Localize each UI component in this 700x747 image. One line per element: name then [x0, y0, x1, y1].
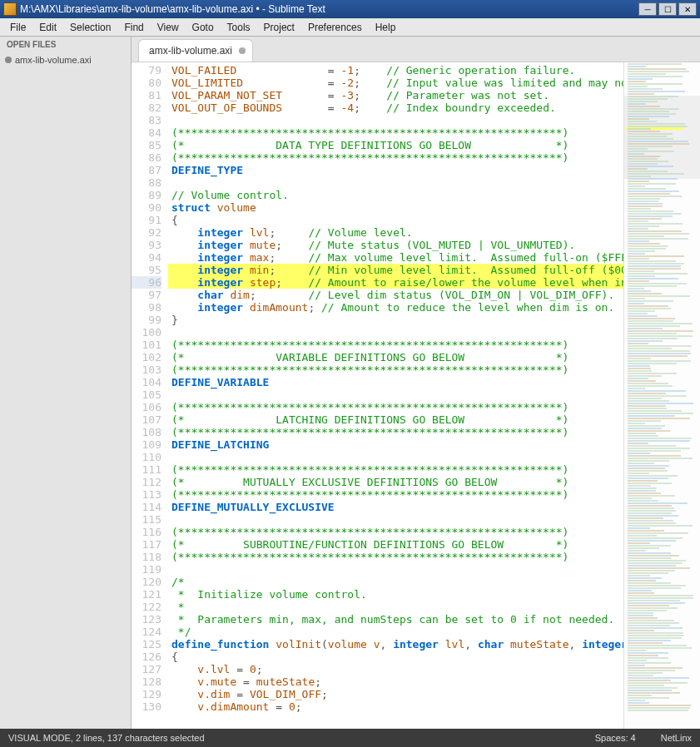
menu-view[interactable]: View	[151, 20, 186, 35]
code-line[interactable]: */	[168, 626, 623, 638]
code-line[interactable]: *	[168, 601, 623, 613]
code-line[interactable]: (***************************************…	[168, 126, 623, 139]
code-line[interactable]: (***************************************…	[168, 401, 623, 413]
code-line[interactable]: integer step; // Amount to raise/lower t…	[168, 276, 623, 289]
menu-find[interactable]: Find	[117, 20, 150, 35]
code-line[interactable]: integer lvl; // Volume level.	[168, 226, 623, 239]
status-mode: VISUAL MODE, 2 lines, 137 characters sel…	[8, 733, 205, 743]
code-line[interactable]: * Parameters min, max, and numSteps can …	[168, 613, 623, 626]
menubar: File Edit Selection Find View Goto Tools…	[0, 18, 700, 37]
tab-file[interactable]: amx-lib-volume.axi	[138, 39, 253, 62]
code-line[interactable]: integer min; // Min volume level limit. …	[168, 264, 623, 276]
code-line[interactable]: struct volume	[168, 201, 623, 214]
code-line[interactable]: (***************************************…	[168, 463, 623, 476]
code-line[interactable]: VOL_PARAM_NOT_SET = -3; // Parameter was…	[168, 89, 623, 101]
menu-preferences[interactable]: Preferences	[301, 20, 369, 35]
code-line[interactable]	[168, 513, 623, 526]
maximize-button[interactable]: ☐	[658, 2, 677, 16]
code-line[interactable]: VOL_LIMITED = -2; // Input value was lim…	[168, 77, 623, 89]
code-line[interactable]: define_function volInit(volume v, intege…	[168, 638, 623, 651]
code-line[interactable]: DEFINE_LATCHING	[168, 438, 623, 451]
code-line[interactable]: // Volume control.	[168, 189, 623, 201]
titlebar[interactable]: M:\AMX\Libraries\amx-lib-volume\amx-lib-…	[0, 0, 700, 18]
status-spaces[interactable]: Spaces: 4	[595, 733, 636, 743]
code-line[interactable]: {	[168, 651, 623, 663]
code-line[interactable]	[168, 114, 623, 126]
menu-goto[interactable]: Goto	[186, 20, 221, 35]
code-line[interactable]	[168, 326, 623, 339]
code-line[interactable]: VOL_FAILED = -1; // Generic operation fa…	[168, 64, 623, 77]
menu-help[interactable]: Help	[369, 20, 403, 35]
code-line[interactable]: integer dimAmount; // Amount to reduce t…	[168, 301, 623, 314]
statusbar: VISUAL MODE, 2 lines, 137 characters sel…	[0, 729, 700, 747]
code-line[interactable]: char dim; // Level dim status (VOL_DIM_O…	[168, 289, 623, 301]
code-line[interactable]: (* SUBROUTINE/FUNCTION DEFINITIONS GO BE…	[168, 538, 623, 551]
sidebar: OPEN FILES amx-lib-volume.axi	[0, 37, 132, 729]
tab-dirty-icon[interactable]	[239, 47, 246, 54]
code-line[interactable]: DEFINE_TYPE	[168, 164, 623, 176]
dirty-indicator-icon	[5, 57, 12, 63]
code-line[interactable]	[168, 176, 623, 189]
code-line[interactable]: integer max; // Max volume level limit. …	[168, 251, 623, 264]
code-line[interactable]: integer mute; // Mute status (VOL_MUTED …	[168, 239, 623, 251]
code-line[interactable]: }	[168, 314, 623, 326]
code-line[interactable]: {	[168, 214, 623, 226]
code-line[interactable]: VOL_OUT_OF_BOUNDS = -4; // Index boundry…	[168, 101, 623, 114]
menu-selection[interactable]: Selection	[63, 20, 117, 35]
code-body[interactable]: VOL_FAILED = -1; // Generic operation fa…	[168, 62, 623, 729]
code-line[interactable]: v.lvl = 0;	[168, 663, 623, 675]
code-line[interactable]: v.dimAmount = 0;	[168, 700, 623, 713]
code-line[interactable]	[168, 451, 623, 463]
menu-file[interactable]: File	[3, 20, 32, 35]
code-line[interactable]: /*	[168, 576, 623, 588]
menu-project[interactable]: Project	[257, 20, 301, 35]
menu-tools[interactable]: Tools	[221, 20, 257, 35]
sidebar-file-item[interactable]: amx-lib-volume.axi	[0, 52, 131, 67]
code-line[interactable]: (* DATA TYPE DEFINITIONS GO BELOW *)	[168, 139, 623, 151]
code-line[interactable]: v.mute = muteState;	[168, 675, 623, 688]
code-line[interactable]: (* LATCHING DEFINITIONS GO BELOW *)	[168, 413, 623, 426]
code-line[interactable]: DEFINE_MUTUALLY_EXCLUSIVE	[168, 501, 623, 513]
sidebar-file-label: amx-lib-volume.axi	[15, 55, 92, 65]
code-line[interactable]	[168, 563, 623, 576]
code-line[interactable]: (* VARIABLE DEFINITIONS GO BELOW *)	[168, 351, 623, 364]
window-title: M:\AMX\Libraries\amx-lib-volume\amx-lib-…	[20, 3, 638, 15]
code-line[interactable]: (***************************************…	[168, 551, 623, 563]
app-icon	[3, 2, 17, 16]
code-line[interactable]: (***************************************…	[168, 364, 623, 376]
line-number-gutter: 7980818283848586878889909192939495969798…	[132, 62, 168, 729]
code-line[interactable]: (***************************************…	[168, 526, 623, 538]
code-line[interactable]: (***************************************…	[168, 339, 623, 351]
minimize-button[interactable]: ─	[638, 2, 657, 16]
sidebar-open-files-heading: OPEN FILES	[0, 37, 131, 52]
code-line[interactable]: (***************************************…	[168, 426, 623, 438]
tab-label: amx-lib-volume.axi	[149, 45, 232, 57]
code-line[interactable]: (***************************************…	[168, 488, 623, 501]
code-line[interactable]: (* MUTUALLY EXCLUSIVE DEFINITIONS GO BEL…	[168, 476, 623, 488]
minimap[interactable]	[623, 62, 700, 729]
code-line[interactable]: v.dim = VOL_DIM_OFF;	[168, 688, 623, 700]
code-line[interactable]: * Initialize volume control.	[168, 588, 623, 601]
code-line[interactable]: DEFINE_VARIABLE	[168, 376, 623, 388]
editor[interactable]: 7980818283848586878889909192939495969798…	[132, 62, 700, 729]
status-syntax[interactable]: NetLinx	[661, 733, 692, 743]
code-line[interactable]	[168, 388, 623, 401]
code-line[interactable]: (***************************************…	[168, 151, 623, 164]
close-button[interactable]: ✕	[678, 2, 697, 16]
menu-edit[interactable]: Edit	[32, 20, 63, 35]
tabbar: amx-lib-volume.axi	[132, 37, 700, 62]
